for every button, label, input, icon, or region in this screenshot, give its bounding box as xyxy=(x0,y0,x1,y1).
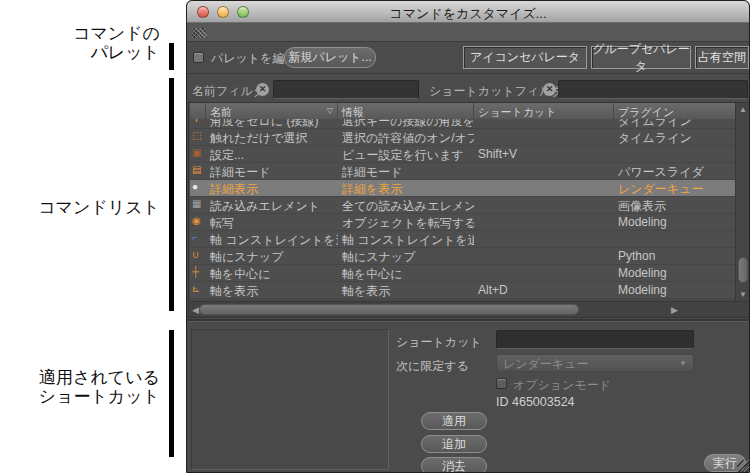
command-name: 詳細モード xyxy=(206,163,338,179)
command-info: ビュー設定を行います xyxy=(338,146,474,162)
annotation-bar-applied xyxy=(169,330,174,457)
column-label: プラグイン xyxy=(618,106,674,118)
detail-view-icon: ● xyxy=(190,180,206,196)
table-row[interactable]: ●詳細表示詳細を表示レンダーキュー xyxy=(190,180,736,197)
annotation-bar-list xyxy=(169,78,174,311)
command-info: 選択キーの接線の角度をゼロに 0, 1~3 xyxy=(338,119,474,128)
annotation-command-list: コマンドリスト xyxy=(0,198,160,217)
table-row[interactable]: ▦読み込みエレメント全ての読み込みエレメントを表画像表示 xyxy=(190,197,736,214)
clear-shortcut-filter-icon[interactable]: ✕ xyxy=(543,83,556,96)
axis-show-icon: ⊾ xyxy=(190,282,206,298)
limit-to-dropdown[interactable]: レンダーキュー ▼ xyxy=(496,354,694,372)
command-info: 詳細を表示 xyxy=(338,180,474,196)
group-separator-button[interactable]: グループセパレータ xyxy=(591,46,691,69)
shortcut-filter-input[interactable] xyxy=(558,80,748,99)
command-plugin xyxy=(614,146,736,162)
table-row[interactable]: ▤詳細モード詳細モードパワースライダ xyxy=(190,163,736,180)
column-label: 名前 xyxy=(210,106,232,118)
command-shortcut xyxy=(474,214,614,230)
command-plugin: Modeling xyxy=(614,214,736,230)
command-plugin: タイムライン xyxy=(614,129,736,145)
command-name: 軸 コンストレイントを追 xyxy=(206,231,338,247)
load-element-icon: ▦ xyxy=(190,197,206,213)
add-button[interactable]: 追加 xyxy=(421,435,487,453)
table-row[interactable]: ┼軸を中心に軸を中心にModeling xyxy=(190,265,736,282)
command-plugin: Modeling xyxy=(614,282,736,298)
annotation-bar-palette xyxy=(169,43,174,70)
new-palette-button[interactable]: 新規パレット... xyxy=(284,47,376,68)
command-plugin: レンダーキュー xyxy=(614,180,736,196)
command-shortcut xyxy=(474,231,614,247)
axis-constraint-icon: ⌐ xyxy=(190,231,206,247)
option-mode-checkbox[interactable] xyxy=(496,378,507,389)
command-info: 軸 コンストレイントを追加 xyxy=(338,231,474,247)
command-info: 詳細モード xyxy=(338,163,474,179)
command-shortcut: Alt+D xyxy=(474,282,614,298)
name-filter-input[interactable] xyxy=(273,80,419,99)
command-shortcut xyxy=(474,129,614,145)
drag-handle-icon[interactable] xyxy=(192,28,207,38)
command-name: 触れただけで選択 xyxy=(206,129,338,145)
annotation-line: コマンドリスト xyxy=(0,198,160,217)
shortcut-column-header[interactable]: ショートカット xyxy=(474,103,614,119)
annotation-line: コマンドの xyxy=(0,24,160,43)
title-bar[interactable]: コマンドをカスタマイズ... xyxy=(187,1,749,23)
annotation-applied-shortcut: 適用されている ショートカット xyxy=(0,368,160,406)
settings-icon: ▣ xyxy=(190,146,206,162)
table-row[interactable]: ⬚触れただけで選択選択の許容値のオン/オフタイムライン xyxy=(190,129,736,146)
command-plugin: タイムライン xyxy=(614,119,736,128)
limit-to-label: 次に限定する xyxy=(396,358,469,375)
command-info: 全ての読み込みエレメントを表 xyxy=(338,197,474,213)
shortcut-input[interactable] xyxy=(496,330,694,349)
command-plugin xyxy=(614,231,736,247)
annotation-line: ショートカット xyxy=(0,387,160,406)
scroll-down-icon[interactable]: ▼ xyxy=(736,290,750,299)
table-row[interactable]: ⌐軸 コンストレイントを追軸 コンストレイントを追加 xyxy=(190,231,736,248)
scroll-right-icon[interactable]: ▶ xyxy=(671,305,678,315)
apply-button[interactable]: 適用 xyxy=(421,412,487,430)
axis-snap-icon: ∪ xyxy=(190,248,206,264)
command-id-text: ID 465003524 xyxy=(496,395,575,409)
table-row[interactable]: ⊾軸を表示軸を表示Alt+DModeling xyxy=(190,282,736,299)
annotation-line: 適用されている xyxy=(0,368,160,387)
transfer-icon: ◉ xyxy=(190,214,206,230)
table-row[interactable]: ✛角度をゼロに (接線)選択キーの接線の角度をゼロに 0, 1~3タイムライン xyxy=(190,119,736,129)
occupied-space-button[interactable]: 占有空間 xyxy=(695,46,749,69)
shortcut-detail-pane: ショートカット 次に限定する レンダーキュー ▼ オプションモード ID 465… xyxy=(187,319,750,473)
name-filter-label: 名前フィルタ xyxy=(192,83,265,100)
name-column-header[interactable]: 名前 ▽ xyxy=(206,103,338,119)
scroll-left-icon[interactable]: ◀ xyxy=(192,305,199,315)
table-row[interactable]: ◉転写オブジェクトを転写するModeling xyxy=(190,214,736,231)
vertical-scrollbar[interactable]: ▲ ▼ xyxy=(735,103,749,301)
scroll-up-icon[interactable]: ▲ xyxy=(736,105,750,114)
icon-column-header[interactable] xyxy=(190,103,206,119)
horizontal-scrollbar-thumb[interactable] xyxy=(199,304,579,315)
command-info: 軸にスナップ xyxy=(338,248,474,264)
page: コマンドの パレット コマンドリスト 適用されている ショートカット コマンドを… xyxy=(0,0,750,473)
command-shortcut xyxy=(474,265,614,281)
table-row[interactable]: ∪軸にスナップ軸にスナップPython xyxy=(190,248,736,265)
command-plugin: Python xyxy=(614,248,736,264)
command-name: 軸を中心に xyxy=(206,265,338,281)
vertical-scrollbar-thumb[interactable] xyxy=(738,257,748,283)
command-info: 選択の許容値のオン/オフ xyxy=(338,129,474,145)
detail-mode-icon: ▤ xyxy=(190,163,206,179)
column-label: ショートカット xyxy=(478,106,557,118)
table-header: 名前 ▽ 情報 ショートカット プラグイン xyxy=(190,103,736,119)
applied-shortcut-list[interactable] xyxy=(191,329,389,470)
table-row[interactable]: ▣設定...ビュー設定を行いますShift+V xyxy=(190,146,736,163)
column-label: 情報 xyxy=(342,106,364,118)
sort-indicator-icon[interactable]: ▽ xyxy=(327,106,333,115)
command-info: オブジェクトを転写する xyxy=(338,214,474,230)
command-name: 設定... xyxy=(206,146,338,162)
horizontal-scrollbar[interactable]: ◀ ▶ xyxy=(189,301,750,317)
edit-palette-checkbox[interactable] xyxy=(193,52,204,63)
plugin-column-header[interactable]: プラグイン xyxy=(614,103,736,119)
clear-button[interactable]: 消去 xyxy=(421,457,487,473)
icon-separator-button[interactable]: アイコンセパレータ xyxy=(463,46,587,69)
resize-grip[interactable] xyxy=(737,460,750,473)
window-title: コマンドをカスタマイズ... xyxy=(187,5,749,23)
info-column-header[interactable]: 情報 xyxy=(338,103,474,119)
command-name: 軸にスナップ xyxy=(206,248,338,264)
clear-name-filter-icon[interactable]: ✕ xyxy=(256,83,269,96)
